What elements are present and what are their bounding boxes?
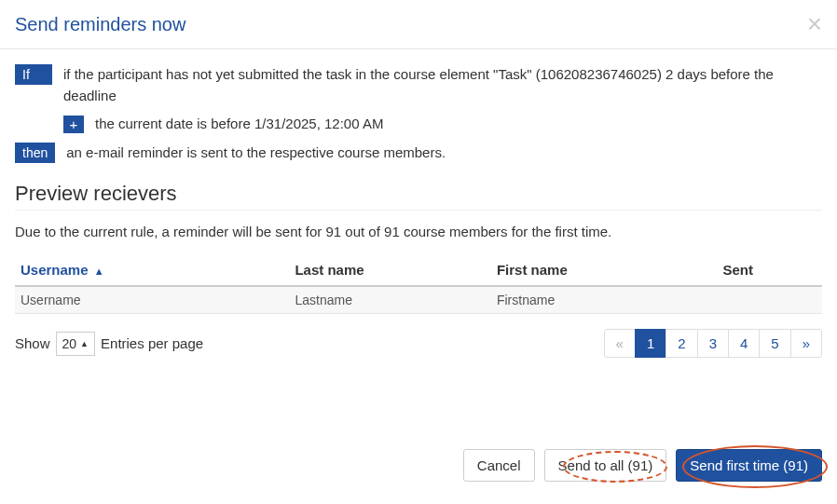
send-first-button[interactable]: Send first time (91) bbox=[676, 449, 822, 482]
col-username[interactable]: Username ▲ bbox=[15, 254, 289, 286]
if-tag: If bbox=[15, 64, 52, 85]
modal-title: Send reminders now bbox=[15, 14, 185, 35]
page-2[interactable]: 2 bbox=[665, 329, 697, 358]
show-label: Show bbox=[15, 335, 50, 351]
pagination: « 1 2 3 4 5 » bbox=[605, 329, 822, 358]
plus-text: the current date is before 1/31/2025, 12… bbox=[95, 114, 383, 135]
preview-heading: Preview recievers bbox=[15, 182, 822, 211]
caret-up-icon: ▲ bbox=[80, 339, 89, 348]
col-lastname[interactable]: Last name bbox=[289, 254, 491, 286]
page-1[interactable]: 1 bbox=[635, 329, 666, 358]
col-username-label: Username bbox=[21, 262, 89, 278]
page-5[interactable]: 5 bbox=[759, 329, 790, 358]
col-firstname[interactable]: First name bbox=[491, 254, 717, 286]
table-footer: Show 20 ▲ Entries per page « 1 2 3 4 5 » bbox=[15, 329, 822, 358]
rule-plus-row: + the current date is before 1/31/2025, … bbox=[15, 114, 822, 135]
modal-body: If if the participant has not yet submit… bbox=[0, 49, 837, 373]
cancel-button[interactable]: Cancel bbox=[463, 449, 535, 482]
page-prev[interactable]: « bbox=[604, 329, 636, 358]
page-size-value: 20 bbox=[62, 336, 77, 351]
preview-summary: Due to the current rule, a reminder will… bbox=[15, 224, 822, 239]
table-row: Username Lastname Firstname bbox=[15, 286, 822, 314]
then-tag: then bbox=[15, 143, 55, 163]
rule-if-row: If if the participant has not yet submit… bbox=[15, 64, 822, 106]
page-size-select[interactable]: 20 ▲ bbox=[56, 332, 96, 356]
page-3[interactable]: 3 bbox=[697, 329, 729, 358]
close-button[interactable]: × bbox=[807, 11, 822, 37]
page-4[interactable]: 4 bbox=[728, 329, 760, 358]
send-all-button[interactable]: Send to all (91) bbox=[544, 449, 667, 482]
cell-sent bbox=[717, 286, 822, 314]
cell-firstname: Firstname bbox=[491, 286, 717, 314]
cell-username: Username bbox=[15, 286, 289, 314]
receivers-table: Username ▲ Last name First name Sent Use… bbox=[15, 254, 822, 314]
page-next[interactable]: » bbox=[790, 329, 822, 358]
cell-lastname: Lastname bbox=[289, 286, 491, 314]
modal-footer: Cancel Send to all (91) Send first time … bbox=[448, 438, 837, 493]
rule-block: If if the participant has not yet submit… bbox=[15, 64, 822, 163]
col-sent[interactable]: Sent bbox=[717, 254, 822, 286]
sort-asc-icon: ▲ bbox=[94, 266, 104, 277]
rule-then-row: then an e-mail reminder is sent to the r… bbox=[15, 143, 822, 164]
entries-control: Show 20 ▲ Entries per page bbox=[15, 332, 203, 356]
if-text: if the participant has not yet submitted… bbox=[63, 64, 822, 106]
modal-header: Send reminders now × bbox=[0, 0, 837, 49]
per-page-label: Entries per page bbox=[101, 335, 203, 351]
plus-tag: + bbox=[63, 116, 84, 133]
then-text: an e-mail reminder is sent to the respec… bbox=[66, 143, 446, 164]
